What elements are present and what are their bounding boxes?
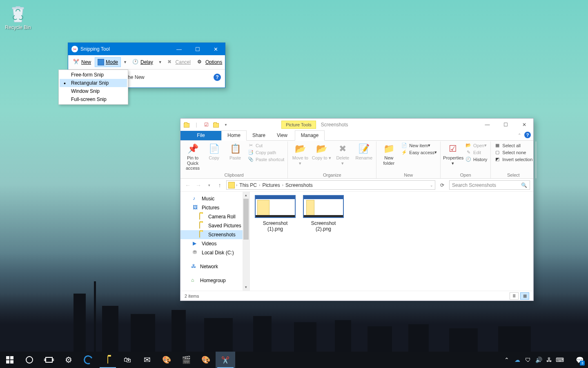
rename-button: 📝Rename (353, 141, 374, 161)
explorer-maximize-button[interactable]: ☐ (497, 119, 515, 130)
cortana-button[interactable] (20, 352, 39, 368)
mode-dropdown-arrow[interactable]: ▼ (121, 60, 129, 64)
explorer-minimize-button[interactable]: — (478, 119, 497, 130)
tab-share[interactable]: Share (247, 131, 271, 140)
taskbar-file-explorer[interactable] (98, 352, 118, 368)
nav-music[interactable]: ♪Music (180, 194, 249, 203)
file-item[interactable]: Screenshot (1).png (255, 195, 296, 232)
tray-defender[interactable]: 🛡 (523, 352, 533, 368)
snip-options-button[interactable]: ⚙Options (194, 57, 225, 67)
select-none-button[interactable]: ▢Select none (492, 149, 534, 155)
easy-access-button[interactable]: ⚡Easy access ▾ (399, 149, 439, 155)
action-center-button[interactable]: 💬 3 (572, 352, 588, 368)
mode-item-freeform[interactable]: Free-form Snip (60, 71, 127, 79)
explorer-titlebar[interactable]: | ☑ ▼ Picture Tools Screenshots — ☐ ✕ (180, 119, 533, 131)
view-thumbnails-button[interactable]: ▦ (520, 292, 529, 300)
mode-item-fullscreen[interactable]: Full-screen Snip (60, 95, 127, 103)
tray-keyboard[interactable]: ⌨ (555, 352, 565, 368)
taskbar-paint[interactable]: 🎨 (157, 352, 176, 368)
file-item[interactable]: Screenshot (2).png (303, 195, 344, 232)
recycle-bin-icon (9, 4, 27, 24)
crumb-dropdown[interactable]: ⌄ (430, 183, 433, 187)
nav-homegroup[interactable]: ⌂Homegroup (180, 276, 249, 285)
circle-icon (26, 356, 33, 364)
taskbar-mail[interactable]: ✉ (137, 352, 157, 368)
folder-qat-icon[interactable] (182, 120, 191, 129)
tab-home[interactable]: Home (221, 130, 247, 141)
copy-icon: 📄 (204, 142, 224, 155)
close-button[interactable]: ✕ (207, 43, 225, 55)
music-icon: ♪ (193, 195, 199, 202)
taskbar-movies[interactable]: 🎬 (176, 352, 196, 368)
nav-up-button[interactable]: ↑ (216, 182, 224, 188)
nav-network[interactable]: 🖧Network (180, 262, 249, 271)
snip-icon: ✂️ (221, 356, 229, 364)
history-button[interactable]: 🕘History (463, 156, 489, 162)
tab-manage[interactable]: Manage (295, 130, 325, 141)
crumb-this-pc[interactable]: This PC (238, 182, 258, 188)
refresh-button[interactable]: ⟳ (438, 182, 447, 188)
mode-item-rectangular[interactable]: Rectangular Snip (60, 79, 127, 87)
breadcrumb-bar[interactable]: › This PC› Pictures› Screenshots ⌄ (226, 180, 435, 190)
view-details-button[interactable]: ≣ (510, 292, 519, 300)
task-view-button[interactable] (39, 352, 59, 368)
tray-volume[interactable]: 🔊 (533, 352, 544, 368)
nav-pictures[interactable]: 🖼Pictures (180, 203, 249, 212)
nav-screenshots[interactable]: Screenshots (180, 230, 249, 239)
snip-delay-button[interactable]: 🕐Delay (129, 57, 156, 67)
snip-new-button[interactable]: ✂️New (70, 57, 94, 67)
group-open: Open (442, 172, 489, 178)
ribbon-collapse-arrow[interactable]: ⌃ (518, 133, 521, 137)
tab-file[interactable]: File (180, 131, 221, 140)
start-button[interactable] (0, 352, 20, 368)
taskbar-store[interactable]: 🛍 (118, 352, 137, 368)
new-folder-button[interactable]: 📁New folder (378, 141, 399, 166)
taskbar-snipping-tool[interactable]: ✂️ (216, 352, 235, 368)
taskbar-settings[interactable]: ⚙ (59, 352, 78, 368)
invert-selection-button[interactable]: ◩Invert selection (492, 156, 534, 162)
taskbar-paint-3d[interactable]: 🎨 (196, 352, 216, 368)
tray-network[interactable]: 🖧 (544, 352, 555, 368)
explorer-help-icon[interactable]: ? (524, 132, 531, 138)
new-folder-qat-icon[interactable] (212, 120, 220, 129)
tray-overflow[interactable]: ⌃ (501, 352, 512, 368)
pictures-icon: 🖼 (193, 204, 199, 211)
qat-dropdown[interactable]: ▼ (221, 120, 230, 129)
nav-saved-pictures[interactable]: Saved Pictures (180, 221, 249, 230)
nav-scrollbar[interactable]: ▴▾ (243, 192, 249, 291)
explorer-close-button[interactable]: ✕ (515, 119, 533, 130)
desktop-icon-label: Recycle Bin (5, 25, 31, 30)
delay-dropdown-arrow[interactable]: ▼ (156, 60, 164, 64)
snip-titlebar[interactable]: ✂ Snipping Tool — ☐ ✕ (68, 43, 225, 55)
taskbar-edge[interactable] (78, 352, 98, 368)
search-box[interactable]: Search Screenshots 🔍 (449, 180, 530, 190)
nav-recent-dropdown[interactable]: ▾ (205, 183, 213, 187)
properties-qat-icon[interactable]: ☑ (202, 120, 211, 129)
desktop-icon-recycle-bin[interactable]: Recycle Bin (3, 4, 33, 30)
system-tray: ⌃ ☁ 🛡 🔊 🖧 ⌨ 💬 3 (501, 352, 588, 368)
nav-camera-roll[interactable]: Camera Roll (180, 212, 249, 221)
maximize-button[interactable]: ☐ (188, 43, 207, 55)
tray-onedrive[interactable]: ☁ (512, 352, 523, 368)
nav-videos[interactable]: ▶Videos (180, 239, 249, 248)
new-folder-icon: 📁 (379, 142, 399, 155)
mode-item-window[interactable]: Window Snip (60, 87, 127, 95)
select-all-button[interactable]: ▦Select all (492, 142, 534, 148)
minimize-button[interactable]: — (170, 43, 188, 55)
help-icon[interactable]: ? (214, 74, 221, 81)
nav-back-button[interactable]: ← (184, 182, 192, 188)
file-list[interactable]: Screenshot (1).png Screenshot (2).png (250, 192, 533, 291)
tab-view[interactable]: View (271, 131, 293, 140)
search-icon: 🔍 (521, 182, 527, 188)
film-icon: 🎬 (182, 355, 191, 364)
pin-to-quick-access-button[interactable]: 📌Pin to Quick access (182, 141, 203, 171)
crumb-pictures[interactable]: Pictures (261, 182, 281, 188)
new-item-button[interactable]: 📄New item ▾ (399, 142, 439, 148)
crumb-screenshots[interactable]: Screenshots (285, 182, 314, 188)
nav-local-disk[interactable]: ⛃Local Disk (C:) (180, 248, 249, 257)
mode-dropdown-menu: Free-form Snip Rectangular Snip Window S… (58, 70, 128, 105)
properties-button[interactable]: ☑Properties▾ (442, 141, 463, 166)
clock-icon: 🕐 (132, 59, 139, 65)
snip-mode-button[interactable]: Mode (95, 57, 121, 67)
nav-forward-button: → (194, 182, 203, 188)
